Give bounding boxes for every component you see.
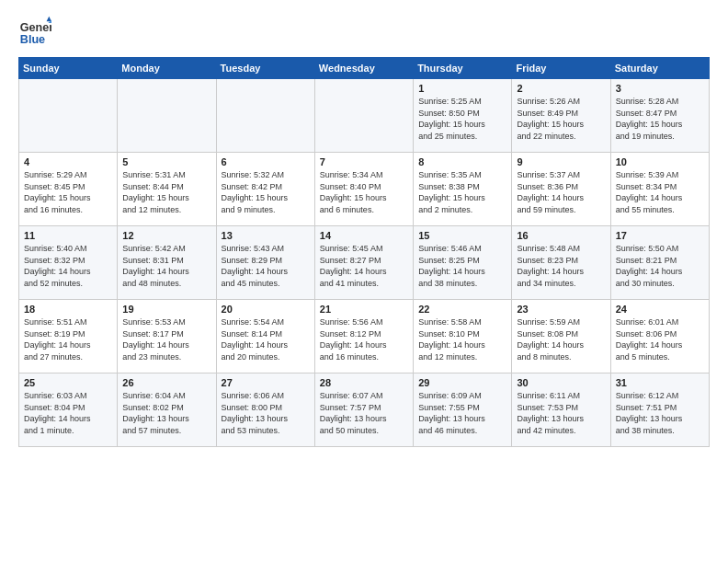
- calendar-cell: 19Sunrise: 5:53 AM Sunset: 8:17 PM Dayli…: [118, 300, 216, 373]
- day-info: Sunrise: 6:04 AM Sunset: 8:02 PM Dayligh…: [122, 390, 210, 436]
- calendar-cell: 21Sunrise: 5:56 AM Sunset: 8:12 PM Dayli…: [314, 300, 413, 373]
- calendar-cell: 27Sunrise: 6:06 AM Sunset: 8:00 PM Dayli…: [216, 373, 314, 447]
- day-info: Sunrise: 6:09 AM Sunset: 7:55 PM Dayligh…: [418, 390, 506, 436]
- week-row-3: 11Sunrise: 5:40 AM Sunset: 8:32 PM Dayli…: [19, 226, 710, 300]
- day-info: Sunrise: 5:29 AM Sunset: 8:45 PM Dayligh…: [24, 169, 112, 215]
- day-info: Sunrise: 6:12 AM Sunset: 7:51 PM Dayligh…: [616, 390, 704, 436]
- day-info: Sunrise: 5:42 AM Sunset: 8:31 PM Dayligh…: [122, 243, 210, 289]
- weekday-header-wednesday: Wednesday: [314, 58, 413, 79]
- day-number: 5: [122, 156, 210, 167]
- calendar-cell: 23Sunrise: 5:59 AM Sunset: 8:08 PM Dayli…: [512, 300, 610, 373]
- calendar-cell: 20Sunrise: 5:54 AM Sunset: 8:14 PM Dayli…: [216, 300, 314, 373]
- calendar-cell: 24Sunrise: 6:01 AM Sunset: 8:06 PM Dayli…: [610, 300, 709, 373]
- calendar-cell: 11Sunrise: 5:40 AM Sunset: 8:32 PM Dayli…: [19, 226, 118, 300]
- day-number: 2: [517, 83, 605, 94]
- day-number: 27: [222, 377, 310, 388]
- calendar-cell: 13Sunrise: 5:43 AM Sunset: 8:29 PM Dayli…: [216, 226, 314, 300]
- calendar-cell: 31Sunrise: 6:12 AM Sunset: 7:51 PM Dayli…: [610, 373, 709, 447]
- calendar-cell: 14Sunrise: 5:45 AM Sunset: 8:27 PM Dayli…: [314, 226, 413, 300]
- day-number: 4: [24, 156, 112, 167]
- day-number: 31: [616, 377, 704, 388]
- calendar-cell: 30Sunrise: 6:11 AM Sunset: 7:53 PM Dayli…: [512, 373, 610, 447]
- day-info: Sunrise: 5:56 AM Sunset: 8:12 PM Dayligh…: [320, 316, 408, 362]
- day-info: Sunrise: 6:06 AM Sunset: 8:00 PM Dayligh…: [222, 390, 310, 436]
- weekday-header-monday: Monday: [118, 58, 216, 79]
- week-row-2: 4Sunrise: 5:29 AM Sunset: 8:45 PM Daylig…: [19, 153, 710, 226]
- day-info: Sunrise: 5:50 AM Sunset: 8:21 PM Dayligh…: [616, 243, 704, 289]
- calendar-cell: 2Sunrise: 5:26 AM Sunset: 8:49 PM Daylig…: [512, 79, 610, 153]
- day-number: 20: [222, 304, 310, 315]
- calendar-table: SundayMondayTuesdayWednesdayThursdayFrid…: [18, 57, 710, 447]
- calendar-cell: 12Sunrise: 5:42 AM Sunset: 8:31 PM Dayli…: [118, 226, 216, 300]
- day-number: 17: [616, 230, 704, 241]
- calendar-cell: [19, 79, 118, 153]
- calendar-cell: 26Sunrise: 6:04 AM Sunset: 8:02 PM Dayli…: [118, 373, 216, 447]
- day-number: 22: [418, 304, 506, 315]
- header: General Blue: [18, 15, 710, 48]
- day-number: 30: [517, 377, 605, 388]
- day-number: 3: [616, 83, 704, 94]
- calendar-cell: 18Sunrise: 5:51 AM Sunset: 8:19 PM Dayli…: [19, 300, 118, 373]
- day-number: 25: [24, 377, 112, 388]
- week-row-4: 18Sunrise: 5:51 AM Sunset: 8:19 PM Dayli…: [19, 300, 710, 373]
- day-info: Sunrise: 5:32 AM Sunset: 8:42 PM Dayligh…: [222, 169, 310, 215]
- day-info: Sunrise: 5:54 AM Sunset: 8:14 PM Dayligh…: [222, 316, 310, 362]
- day-info: Sunrise: 6:07 AM Sunset: 7:57 PM Dayligh…: [320, 390, 408, 436]
- day-number: 29: [418, 377, 506, 388]
- day-number: 12: [122, 230, 210, 241]
- day-number: 28: [320, 377, 408, 388]
- week-row-5: 25Sunrise: 6:03 AM Sunset: 8:04 PM Dayli…: [19, 373, 710, 447]
- day-number: 9: [517, 156, 605, 167]
- day-info: Sunrise: 5:39 AM Sunset: 8:34 PM Dayligh…: [616, 169, 704, 215]
- svg-text:Blue: Blue: [20, 33, 45, 46]
- calendar-cell: 7Sunrise: 5:34 AM Sunset: 8:40 PM Daylig…: [314, 153, 413, 226]
- calendar-cell: 5Sunrise: 5:31 AM Sunset: 8:44 PM Daylig…: [118, 153, 216, 226]
- weekday-header-saturday: Saturday: [610, 58, 709, 79]
- calendar-cell: 8Sunrise: 5:35 AM Sunset: 8:38 PM Daylig…: [414, 153, 512, 226]
- day-info: Sunrise: 6:11 AM Sunset: 7:53 PM Dayligh…: [517, 390, 605, 436]
- day-number: 1: [418, 83, 506, 94]
- calendar-cell: 4Sunrise: 5:29 AM Sunset: 8:45 PM Daylig…: [19, 153, 118, 226]
- day-info: Sunrise: 5:26 AM Sunset: 8:49 PM Dayligh…: [517, 96, 605, 142]
- week-row-1: 1Sunrise: 5:25 AM Sunset: 8:50 PM Daylig…: [19, 79, 710, 153]
- day-info: Sunrise: 5:35 AM Sunset: 8:38 PM Dayligh…: [418, 169, 506, 215]
- calendar-cell: 3Sunrise: 5:28 AM Sunset: 8:47 PM Daylig…: [610, 79, 709, 153]
- day-number: 15: [418, 230, 506, 241]
- calendar-page: General Blue SundayMondayTuesdayWednesda…: [0, 0, 728, 456]
- calendar-cell: 25Sunrise: 6:03 AM Sunset: 8:04 PM Dayli…: [19, 373, 118, 447]
- day-number: 18: [24, 304, 112, 315]
- day-number: 26: [122, 377, 210, 388]
- day-info: Sunrise: 5:34 AM Sunset: 8:40 PM Dayligh…: [320, 169, 408, 215]
- day-number: 16: [517, 230, 605, 241]
- day-number: 24: [616, 304, 704, 315]
- day-number: 13: [222, 230, 310, 241]
- day-info: Sunrise: 5:59 AM Sunset: 8:08 PM Dayligh…: [517, 316, 605, 362]
- day-info: Sunrise: 5:31 AM Sunset: 8:44 PM Dayligh…: [122, 169, 210, 215]
- day-number: 21: [320, 304, 408, 315]
- day-info: Sunrise: 6:03 AM Sunset: 8:04 PM Dayligh…: [24, 390, 112, 436]
- day-info: Sunrise: 5:53 AM Sunset: 8:17 PM Dayligh…: [122, 316, 210, 362]
- calendar-cell: 29Sunrise: 6:09 AM Sunset: 7:55 PM Dayli…: [414, 373, 512, 447]
- logo-icon: General Blue: [18, 15, 51, 48]
- day-info: Sunrise: 5:51 AM Sunset: 8:19 PM Dayligh…: [24, 316, 112, 362]
- day-info: Sunrise: 5:43 AM Sunset: 8:29 PM Dayligh…: [222, 243, 310, 289]
- logo: General Blue: [18, 15, 51, 48]
- weekday-header-tuesday: Tuesday: [216, 58, 314, 79]
- day-info: Sunrise: 5:40 AM Sunset: 8:32 PM Dayligh…: [24, 243, 112, 289]
- day-info: Sunrise: 5:45 AM Sunset: 8:27 PM Dayligh…: [320, 243, 408, 289]
- weekday-header-sunday: Sunday: [19, 58, 118, 79]
- day-info: Sunrise: 5:37 AM Sunset: 8:36 PM Dayligh…: [517, 169, 605, 215]
- day-number: 11: [24, 230, 112, 241]
- day-number: 10: [616, 156, 704, 167]
- day-number: 23: [517, 304, 605, 315]
- day-number: 7: [320, 156, 408, 167]
- day-number: 8: [418, 156, 506, 167]
- calendar-cell: 17Sunrise: 5:50 AM Sunset: 8:21 PM Dayli…: [610, 226, 709, 300]
- day-info: Sunrise: 5:25 AM Sunset: 8:50 PM Dayligh…: [418, 96, 506, 142]
- calendar-cell: 9Sunrise: 5:37 AM Sunset: 8:36 PM Daylig…: [512, 153, 610, 226]
- calendar-cell: 10Sunrise: 5:39 AM Sunset: 8:34 PM Dayli…: [610, 153, 709, 226]
- calendar-cell: 16Sunrise: 5:48 AM Sunset: 8:23 PM Dayli…: [512, 226, 610, 300]
- day-number: 14: [320, 230, 408, 241]
- day-info: Sunrise: 5:28 AM Sunset: 8:47 PM Dayligh…: [616, 96, 704, 142]
- calendar-cell: 6Sunrise: 5:32 AM Sunset: 8:42 PM Daylig…: [216, 153, 314, 226]
